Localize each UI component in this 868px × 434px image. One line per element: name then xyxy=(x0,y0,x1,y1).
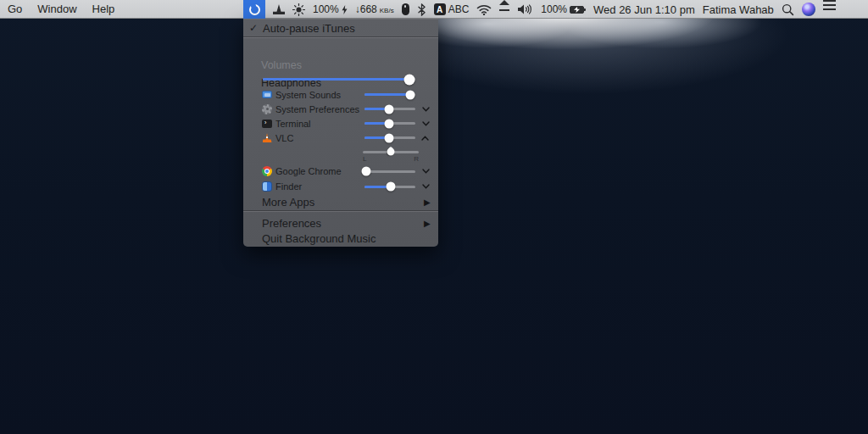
volume-icon xyxy=(517,3,533,15)
slider-knob[interactable] xyxy=(362,167,371,176)
mouse-icon xyxy=(402,3,409,15)
brightness-icon xyxy=(292,3,305,16)
device-battery-menubar-item[interactable]: 100% xyxy=(313,0,348,19)
bluetooth-menubar-item[interactable] xyxy=(417,0,426,19)
fast-user-switching-item[interactable]: Fatima Wahab xyxy=(703,0,774,19)
pan-left-label: L xyxy=(363,155,366,163)
chevron-up-icon[interactable] xyxy=(420,133,431,143)
app-volume-row: Finder xyxy=(243,179,438,194)
brightness-menubar-item[interactable] xyxy=(292,0,305,19)
chevron-down-icon[interactable] xyxy=(420,181,431,192)
download-speed-unit: KB/s xyxy=(380,7,394,14)
notification-center-menubar-item[interactable] xyxy=(823,0,836,19)
volumes-section-header: Volumes xyxy=(261,60,438,70)
app-name: System Preferences xyxy=(275,104,359,114)
siri-icon xyxy=(802,3,815,16)
headphones-volume-slider[interactable] xyxy=(263,74,415,85)
app-volume-slider[interactable] xyxy=(364,166,415,177)
network-speed-menubar-item[interactable]: ↓668 KB/s xyxy=(355,0,394,19)
app-name: Terminal xyxy=(275,119,311,129)
submenu-arrow-icon: ▶ xyxy=(424,198,431,207)
eject-icon xyxy=(499,0,509,5)
vlc-menubar-item[interactable] xyxy=(273,0,285,19)
app-volume-slider[interactable] xyxy=(364,103,415,114)
input-source-icon: A xyxy=(434,3,446,15)
app-volume-row: Google Chrome xyxy=(243,164,438,179)
menu-item-preferences[interactable]: Preferences ▶ xyxy=(243,215,438,231)
auto-pause-label: Auto-pause iTunes xyxy=(263,22,355,35)
finder-icon xyxy=(262,181,272,192)
chrome-icon xyxy=(262,166,272,176)
vlc-cone-icon xyxy=(273,4,285,14)
app-name: VLC xyxy=(275,133,293,143)
app-name: System Sounds xyxy=(275,90,341,100)
app-name: Google Chrome xyxy=(275,166,342,176)
wifi-icon xyxy=(476,4,492,15)
app-name: Finder xyxy=(275,181,302,192)
system-preferences-icon xyxy=(262,104,272,114)
menu-separator xyxy=(243,210,438,211)
slider-knob[interactable] xyxy=(384,119,393,128)
battery-percent: 100% xyxy=(541,3,567,15)
app-volume-slider[interactable] xyxy=(364,132,415,143)
menu-item-more-apps[interactable]: More Apps ▶ xyxy=(243,194,438,209)
app-volume-row: › Terminal xyxy=(243,116,438,131)
vlc-pan-slider[interactable]: L R xyxy=(363,146,419,164)
eject-menubar-item[interactable] xyxy=(499,0,509,19)
notification-center-icon xyxy=(823,0,836,10)
menu-item-quit-background-music[interactable]: Quit Background Music xyxy=(243,231,438,246)
charging-bolt-icon xyxy=(342,5,348,14)
terminal-icon: › xyxy=(262,119,272,129)
background-music-menu-icon[interactable] xyxy=(243,0,265,19)
chevron-down-icon[interactable] xyxy=(420,119,431,129)
preferences-label: Preferences xyxy=(262,217,321,230)
mouse-battery-menubar-item[interactable] xyxy=(402,0,409,19)
slider-knob[interactable] xyxy=(384,133,393,142)
app-volume-row: System Sounds xyxy=(243,87,438,102)
wifi-menubar-item[interactable] xyxy=(476,0,492,19)
background-music-icon xyxy=(249,4,260,15)
vlc-icon xyxy=(262,133,272,143)
pan-knob[interactable] xyxy=(386,147,397,158)
app-volume-slider[interactable] xyxy=(364,118,415,129)
quit-label: Quit Background Music xyxy=(262,232,376,245)
menu-window[interactable]: Window xyxy=(37,3,76,15)
menu-bar: Go Window Help 100% xyxy=(0,0,868,19)
user-name: Fatima Wahab xyxy=(703,3,774,16)
spotlight-menubar-item[interactable] xyxy=(782,0,794,19)
main-battery-menubar-item[interactable]: 100% xyxy=(541,0,586,19)
siri-menubar-item[interactable] xyxy=(802,0,815,19)
clock-menubar-item[interactable]: Wed 26 Jun 1:10 pm xyxy=(593,0,695,19)
download-speed-value: ↓668 xyxy=(355,3,377,15)
menubar-app-menus: Go Window Help xyxy=(0,3,114,15)
input-source-menubar-item[interactable]: A ABC xyxy=(434,0,470,19)
device-battery-percent: 100% xyxy=(313,3,339,15)
slider-knob[interactable] xyxy=(384,104,393,114)
background-music-menu: ✓ Auto-pause iTunes Volumes Headphones S… xyxy=(243,19,438,247)
checkmark-icon: ✓ xyxy=(249,22,258,34)
slider-knob[interactable] xyxy=(406,90,415,99)
input-source-label: ABC xyxy=(448,3,470,15)
submenu-arrow-icon: ▶ xyxy=(424,219,431,228)
menu-go[interactable]: Go xyxy=(8,3,22,15)
app-volume-slider[interactable] xyxy=(364,181,415,192)
app-volume-slider[interactable] xyxy=(364,89,415,100)
app-volume-row: VLC xyxy=(243,131,438,145)
chevron-down-icon[interactable] xyxy=(420,166,431,176)
system-sounds-icon xyxy=(262,90,272,100)
app-volume-row: System Preferences xyxy=(243,102,438,116)
more-apps-label: More Apps xyxy=(262,196,314,209)
pan-right-label: R xyxy=(414,155,419,163)
slider-knob[interactable] xyxy=(387,182,396,192)
status-strip: 100% ↓668 KB/s A ABC xyxy=(243,0,836,19)
volume-menubar-item[interactable] xyxy=(517,0,533,19)
battery-charging-icon xyxy=(570,6,584,14)
search-icon xyxy=(782,3,794,16)
menu-item-auto-pause-itunes[interactable]: ✓ Auto-pause iTunes xyxy=(249,21,438,35)
clock-text: Wed 26 Jun 1:10 pm xyxy=(593,3,695,16)
menu-help[interactable]: Help xyxy=(92,3,115,15)
bluetooth-icon xyxy=(417,3,426,16)
slider-knob[interactable] xyxy=(403,74,415,85)
chevron-down-icon[interactable] xyxy=(420,104,431,114)
menu-separator xyxy=(243,36,438,37)
